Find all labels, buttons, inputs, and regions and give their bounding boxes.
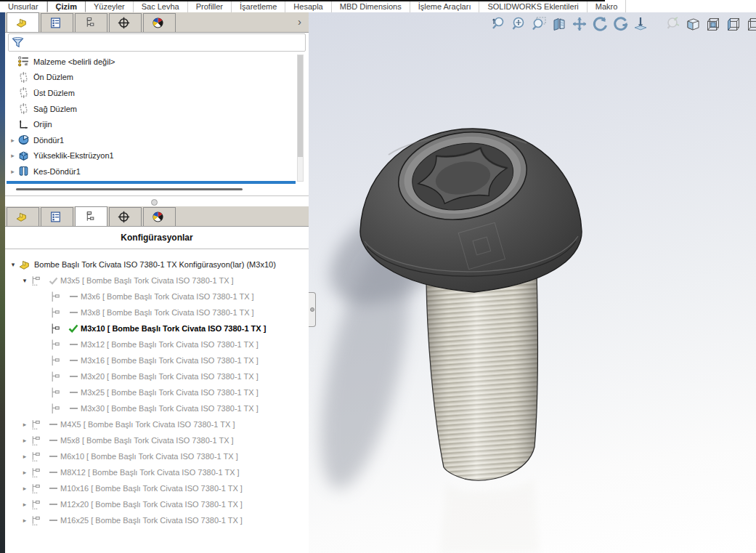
menu-tab-solidworks-eklentileri[interactable]: SOLIDWORKS Eklentileri [479,0,587,12]
tab-feature-tree[interactable] [7,12,39,32]
dash-icon [46,520,60,521]
config-icon [30,498,42,511]
tab-display-manager-2[interactable] [143,207,176,226]
config-item[interactable]: M3x6 [ Bombe Başlı Tork Civata ISO 7380-… [5,288,309,304]
tree-item-revolve1[interactable]: ▸ Döndür1 [5,132,296,148]
config-item[interactable]: M3x8 [ Bombe Başlı Tork Civata ISO 7380-… [5,304,309,320]
view-hidden-lines-removed-icon[interactable] [725,15,743,33]
tab-display-manager[interactable] [143,13,176,32]
expand-arrow-icon[interactable]: ▸ [8,137,17,144]
tree-splitter-handle[interactable] [16,188,243,190]
config-item[interactable]: ▸ M4X5 [ Bombe Başlı Tork Civata ISO 738… [5,416,309,432]
rollback-bar[interactable] [7,181,296,184]
expand-arrow-icon[interactable]: ▸ [20,437,30,444]
menu-tab-isaretleme[interactable]: İşaretleme [232,0,285,12]
menu-tab-makro[interactable]: Makro [588,0,627,12]
config-item[interactable]: ▸ M6x10 [ Bombe Başlı Tork Civata ISO 73… [5,448,309,464]
expand-arrow-icon[interactable]: ▸ [20,421,30,428]
normal-to-icon[interactable] [631,15,649,33]
config-item-active[interactable]: M3x10 [ Bombe Başlı Tork Civata ISO 7380… [5,320,309,336]
menu-tab-mbd-dimensions[interactable]: MBD Dimensions [332,0,410,12]
panel-collapse-handle[interactable] [309,292,316,327]
dash-icon [66,344,81,345]
tree-item-front-plane[interactable]: Ön Düzlem [5,70,296,86]
model-screw[interactable] [309,12,756,553]
config-item[interactable]: ▸ M8X12 [ Bombe Başlı Tork Civata ISO 73… [5,464,309,480]
material-icon [17,55,30,68]
rotate-view-icon[interactable] [590,15,609,33]
config-item[interactable]: M3x30 [ Bombe Başlı Tork Civata ISO 7380… [5,400,309,416]
screw-head[interactable] [360,122,582,292]
tab-configuration-manager[interactable] [75,13,107,32]
derived-config-icon [50,291,62,303]
tree-filter-bar[interactable] [8,33,306,52]
expand-arrow-icon[interactable]: ▸ [20,517,30,524]
collapse-arrow-icon[interactable]: ▾ [20,277,30,284]
rotate-scene-icon[interactable] [611,15,629,33]
manager-tab-row-bottom [5,206,309,227]
tree-item-top-plane[interactable]: Üst Düzlem [5,85,296,101]
filter-funnel-icon[interactable] [12,36,24,49]
tab-dimxpert-manager-2[interactable] [109,207,142,226]
collapse-arrow-icon[interactable]: ▾ [8,261,18,268]
config-item[interactable]: ▸ M16x25 [ Bombe Başlı Tork Civata ISO 7… [5,512,309,528]
zoom-modify-icon[interactable] [489,15,507,33]
tree-item-material[interactable]: Malzeme <belirli değil> [5,54,296,70]
config-item[interactable]: ▸ M12x20 [ Bombe Başlı Tork Civata ISO 7… [5,496,309,512]
config-item[interactable]: M3x16 [ Bombe Başlı Tork Civata ISO 7380… [5,352,309,368]
menu-tab-yuzeyler[interactable]: Yüzeyler [86,0,134,12]
view-wireframe-icon[interactable] [745,15,756,33]
config-item[interactable]: M3x12 [ Bombe Başlı Tork Civata ISO 7380… [5,336,309,352]
chevron-right-icon[interactable]: › [298,15,301,29]
derived-config-icon [50,339,62,351]
derived-config-icon [50,403,62,415]
scrollbar-thumb[interactable] [298,55,303,157]
expand-arrow-icon[interactable]: ▸ [8,168,17,175]
check-green-icon [66,324,81,333]
menu-tab-cizim[interactable]: Çizim [47,1,86,12]
menu-tab-sac-levha[interactable]: Sac Levha [134,0,188,12]
menu-tab-isleme-araclari[interactable]: İşleme Araçları [410,0,480,12]
pan-icon[interactable] [570,15,588,33]
tab-property-manager-2[interactable] [41,207,73,226]
view-hidden-lines-visible-icon[interactable] [704,15,723,33]
config-item[interactable]: ▾ M3x5 [ Bombe Başlı Tork Civata ISO 738… [5,273,309,288]
tab-feature-tree-2[interactable] [7,207,39,226]
tree-item-origin[interactable]: Orijin [5,116,296,132]
dimxpert-icon [118,211,130,223]
tree-item-revolve-cut1[interactable]: ▸ Kes-Döndür1 [5,164,296,179]
expand-arrow-icon[interactable]: ▸ [8,152,17,159]
zoom-to-area-icon[interactable] [529,15,548,33]
tab-configuration-manager-2[interactable] [75,206,107,226]
expand-arrow-icon[interactable]: ▸ [20,453,30,460]
menu-tab-hesapla[interactable]: Hesapla [285,0,331,12]
config-item[interactable]: ▸ M10x16 [ Bombe Başlı Tork Civata ISO 7… [5,480,309,496]
section-view-icon[interactable] [550,15,568,33]
display-manager-icon [152,211,164,223]
config-icon [30,451,42,463]
tab-dimxpert-manager[interactable] [109,13,142,32]
splitter-dot[interactable] [151,199,158,206]
config-item[interactable]: M3x20 [ Bombe Başlı Tork Civata ISO 7380… [5,368,309,384]
view-shaded-icon[interactable] [684,15,702,33]
tab-property-manager[interactable] [41,13,73,32]
menu-tab-profiller[interactable]: Profiller [188,0,232,12]
zoom-to-fit-icon[interactable] [509,15,527,33]
tree-item-boss-extrude1[interactable]: ▸ Yükseklik-Ekstrüzyon1 [5,148,296,164]
expand-arrow-icon[interactable]: ▸ [20,469,30,476]
tree-item-label: Ön Düzlem [33,73,73,81]
tree-item-right-plane[interactable]: Sağ Düzlem [5,101,296,117]
expand-arrow-icon[interactable]: ▸ [20,501,30,508]
expand-arrow-icon[interactable]: ▸ [20,485,30,492]
config-root-item[interactable]: ▾ Bombe Başlı Tork Civata ISO 7380-1 TX … [5,257,309,273]
tree-scrollbar[interactable] [297,55,304,182]
config-item[interactable]: ▸ M5x8 [ Bombe Başlı Tork Civata ISO 738… [5,432,309,448]
config-icon [30,275,42,287]
screw-shank[interactable] [426,273,537,480]
config-icon [30,435,42,447]
graphics-area[interactable] [309,12,756,553]
view-heads-up-toolbar [489,15,756,33]
dash-icon [46,456,60,457]
config-item[interactable]: M3x25 [ Bombe Başlı Tork Civata ISO 7380… [5,384,309,400]
menu-tab-unsurlar[interactable]: Unsurlar [0,0,47,12]
